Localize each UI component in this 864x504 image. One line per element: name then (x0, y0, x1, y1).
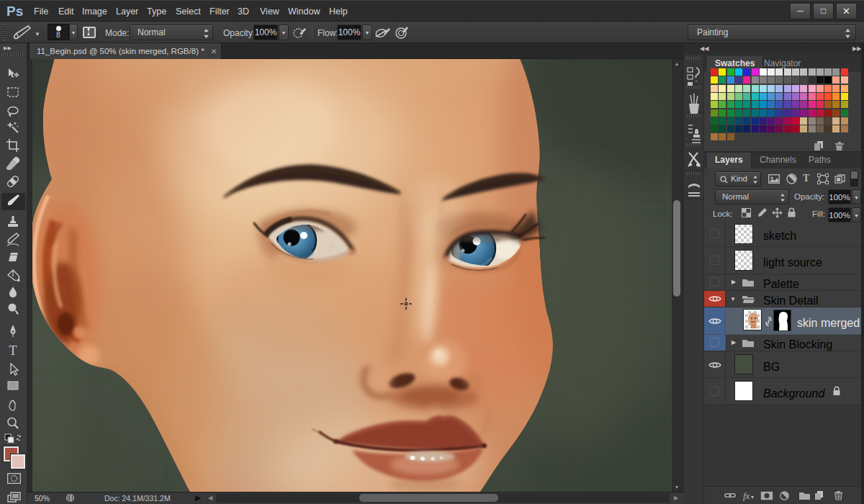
svg-text:T: T (9, 343, 17, 358)
